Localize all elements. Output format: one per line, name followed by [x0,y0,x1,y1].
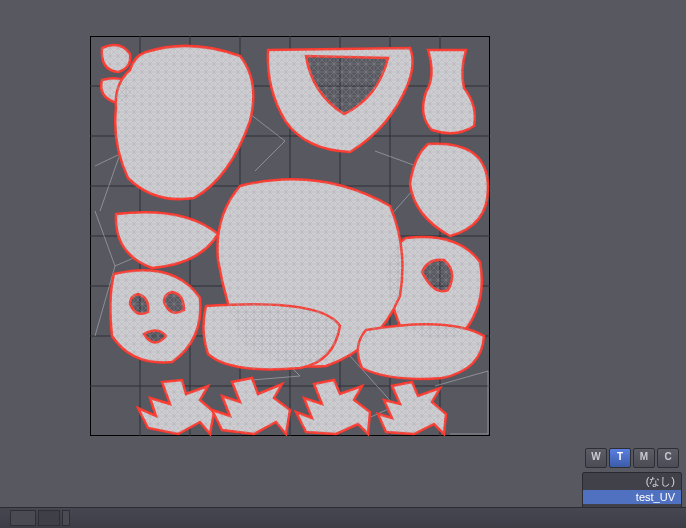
uv-canvas[interactable] [90,36,490,436]
status-segment [10,510,36,526]
uv-list-item[interactable]: test_UV [583,490,681,504]
status-bar [0,507,686,528]
status-segment [38,510,60,526]
uv-editor-viewport: W T M C (なし) test_UV (新規) [0,0,686,528]
mode-button-M[interactable]: M [633,448,655,468]
uv-list-item[interactable]: (なし) [583,473,681,490]
mode-button-row: W T M C [582,448,682,468]
mode-button-T[interactable]: T [609,448,631,468]
mode-button-C[interactable]: C [657,448,679,468]
status-segment [62,510,70,526]
mode-button-W[interactable]: W [585,448,607,468]
